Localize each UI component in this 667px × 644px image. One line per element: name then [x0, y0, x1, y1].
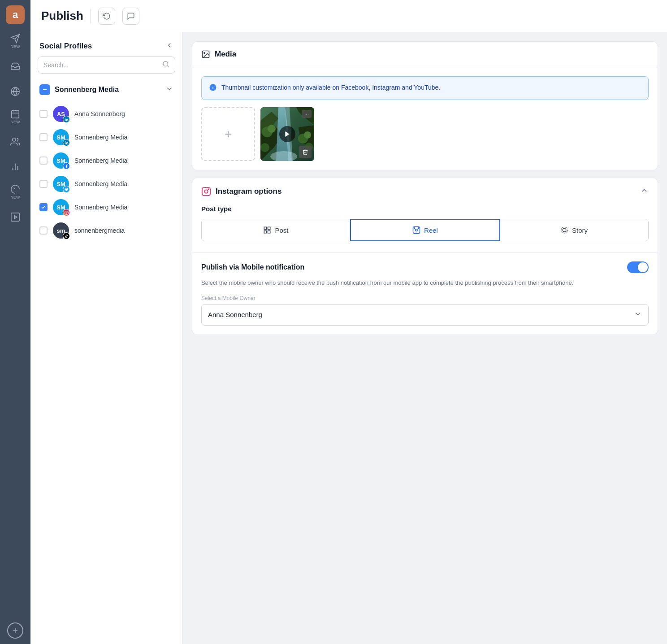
mobile-notif-header: Publish via Mobile notification — [201, 261, 649, 273]
select-mobile-owner-label: Select a Mobile Owner — [201, 295, 649, 301]
svg-point-14 — [163, 61, 168, 66]
list-item[interactable]: AS Anna Sonnenberg — [38, 102, 175, 126]
media-card-body: i Thumbnail customization only available… — [192, 67, 658, 170]
avatar: SM — [53, 129, 69, 145]
profile-name: sonnenbergmedia — [74, 227, 125, 234]
post-type-story-label: Story — [572, 226, 588, 234]
sidebar-item-inbox[interactable] — [4, 55, 27, 78]
page-title: Publish — [41, 9, 83, 23]
tiktok-badge — [63, 232, 70, 239]
profile-checkbox-sm-twitter[interactable] — [39, 180, 48, 188]
add-media-button[interactable]: + — [201, 107, 255, 161]
profile-name: Sonnenberg Media — [74, 134, 127, 141]
bar-chart-icon — [10, 162, 20, 172]
profile-name: Sonnenberg Media — [74, 157, 127, 164]
sidebar-item-audience[interactable] — [4, 130, 27, 153]
add-nav-button[interactable]: + — [7, 622, 23, 639]
profile-group-sonnenberg: − Sonnenberg Media AS — [30, 81, 182, 242]
sidebar-header: Social Profiles — [30, 32, 182, 57]
play-button[interactable] — [279, 126, 295, 142]
calendar-icon — [10, 109, 20, 119]
media-thumbnail: ··· — [260, 107, 314, 161]
mobile-notification-section: Publish via Mobile notification Select t… — [192, 252, 658, 335]
linkedin-badge — [63, 116, 70, 123]
facebook-badge — [63, 162, 70, 170]
avatar: sm — [53, 222, 69, 239]
search-input[interactable] — [43, 61, 159, 69]
post-type-story-button[interactable]: Story — [500, 219, 648, 241]
list-item[interactable]: sm sonnenbergmedia — [38, 219, 175, 242]
avatar: SM — [53, 199, 69, 215]
main-area: Publish Social Profiles — [30, 0, 667, 644]
info-icon: i — [209, 83, 217, 93]
profile-name: Anna Sonnenberg — [74, 110, 125, 117]
profile-name: Sonnenberg Media — [74, 180, 127, 187]
group-collapse-button[interactable]: − — [39, 84, 50, 95]
svg-rect-44 — [268, 227, 270, 229]
media-card-header-left: Media — [201, 50, 236, 59]
avatar: SM — [53, 176, 69, 192]
story-icon — [560, 226, 568, 234]
mobile-notification-toggle[interactable] — [627, 261, 649, 273]
instagram-badge — [63, 209, 70, 216]
chevron-left-icon — [165, 41, 173, 49]
svg-point-22 — [204, 52, 205, 54]
group-expand-icon[interactable] — [165, 85, 173, 95]
profile-checkbox-sm-linkedin[interactable] — [39, 133, 48, 141]
history-button[interactable] — [98, 8, 115, 25]
profile-checkbox-sm-facebook[interactable] — [39, 157, 48, 165]
globe-icon — [10, 87, 20, 96]
mobile-owner-value: Anna Sonnenberg — [208, 311, 262, 318]
sidebar-item-media[interactable] — [4, 205, 27, 229]
right-panel: Media i Thumbnail customization only ava… — [183, 32, 667, 644]
instagram-icon — [201, 187, 211, 196]
media-card-title: Media — [215, 50, 236, 59]
twitter-badge — [63, 186, 70, 193]
sidebar-item-reports[interactable]: NEW — [4, 180, 27, 204]
svg-point-49 — [414, 227, 415, 228]
info-box: i Thumbnail customization only available… — [201, 76, 649, 100]
post-type-post-button[interactable]: Post — [202, 219, 351, 241]
profile-checkbox-sm-instagram[interactable] — [39, 203, 48, 211]
sidebar-collapse-button[interactable] — [165, 41, 173, 51]
instagram-options-collapse-button[interactable] — [640, 186, 649, 197]
comments-button[interactable] — [122, 8, 139, 25]
post-type-post-label: Post — [275, 226, 288, 234]
list-item[interactable]: SM Sonnenberg Media — [38, 172, 175, 196]
app-logo: a — [6, 5, 25, 24]
play-square-icon — [10, 212, 20, 222]
header-divider — [91, 9, 91, 23]
check-icon — [41, 205, 46, 210]
select-arrow-icon — [634, 310, 642, 320]
social-profiles-sidebar: Social Profiles − Sonnenbe — [30, 32, 183, 644]
list-item[interactable]: SM Sonnenberg Media — [38, 196, 175, 219]
list-item[interactable]: SM Sonnenberg Media — [38, 126, 175, 149]
svg-point-41 — [204, 190, 208, 193]
mobile-owner-select[interactable]: Anna Sonnenberg — [201, 304, 649, 326]
speedometer-icon — [10, 184, 20, 194]
sidebar-item-new[interactable]: NEW — [4, 30, 27, 53]
profile-checkbox-tiktok[interactable] — [39, 226, 48, 235]
group-header: − Sonnenberg Media — [38, 81, 175, 99]
svg-rect-43 — [264, 227, 267, 229]
svg-rect-12 — [11, 213, 19, 221]
sidebar-item-listen[interactable] — [4, 80, 27, 103]
content-area: Social Profiles − Sonnenbe — [30, 32, 667, 644]
sidebar-item-analytics[interactable] — [4, 155, 27, 178]
send-icon — [10, 34, 20, 44]
sidebar-item-calendar[interactable]: NEW — [4, 105, 27, 128]
svg-point-16 — [65, 117, 65, 118]
post-type-reel-button[interactable]: Reel — [350, 219, 500, 241]
svg-rect-45 — [264, 231, 267, 233]
media-card-header: Media — [192, 42, 658, 67]
list-item[interactable]: SM Sonnenberg Media — [38, 149, 175, 172]
svg-point-48 — [416, 229, 418, 231]
users-icon — [10, 137, 20, 147]
media-card: Media i Thumbnail customization only ava… — [192, 41, 658, 170]
avatar: AS — [53, 106, 69, 122]
delete-media-button[interactable] — [299, 146, 312, 158]
chevron-up-icon — [640, 186, 649, 195]
profile-checkbox-anna[interactable] — [39, 110, 48, 118]
reel-icon — [412, 226, 420, 234]
group-name: Sonnenberg Media — [55, 86, 161, 94]
